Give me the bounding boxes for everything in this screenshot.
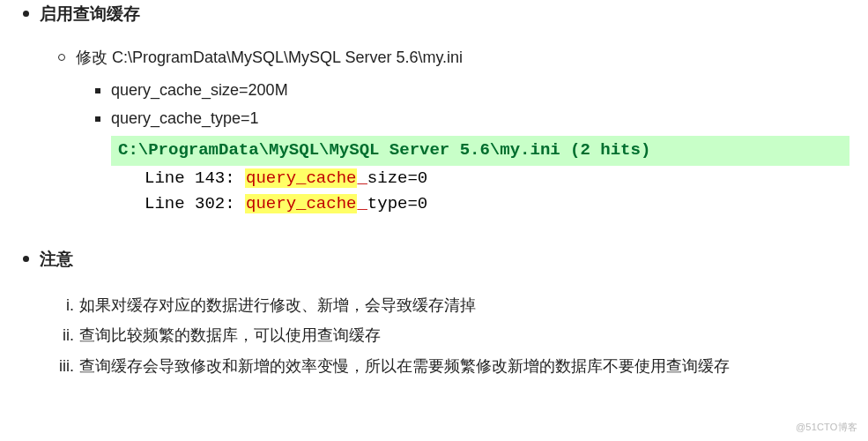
square-bullet-icon [95,116,100,122]
bullet-text: query_cache_size=200M [111,77,288,104]
square-bullet-icon [95,88,100,93]
disc-bullet-icon [23,256,29,262]
subitem-text: 修改 C:\ProgramData\MySQL\MySQL Server 5.6… [76,44,463,71]
section-notice: 注意 i. 如果对缓存对应的数据进行修改、新增，会导致缓存清掉 ii. 查询比较… [0,245,868,379]
code-highlight: query_cache [245,168,357,188]
note-text: 查询缓存会导致修改和新增的效率变慢，所以在需要频繁修改新增的数据库不要使用查询缓… [79,353,730,380]
list-item: iii. 查询缓存会导致修改和新增的效率变慢，所以在需要频繁修改新增的数据库不要… [44,353,868,380]
list-item: i. 如果对缓存对应的数据进行修改、新增，会导致缓存清掉 [44,292,868,319]
code-mid: _ [357,194,367,213]
code-prefix: Line 302: [145,194,245,213]
section-enable-cache: 启用查询缓存 修改 C:\ProgramData\MySQL\MySQL Ser… [0,0,868,217]
bullet-text: query_cache_type=1 [111,105,259,132]
note-text: 如果对缓存对应的数据进行修改、新增，会导致缓存清掉 [79,292,476,319]
sublist-level2: query_cache_size=200M query_cache_type=1 [0,77,868,132]
code-prefix: Line 143: [145,168,245,188]
code-mid: _ [357,168,367,188]
roman-numeral: i. [44,292,74,319]
code-tail: size=0 [367,168,427,188]
list-item: ii. 查询比较频繁的数据库，可以使用查询缓存 [44,322,868,349]
code-line: Line 143: query_cache_size=0 [111,166,868,191]
code-header: C:\ProgramData\MySQL\MySQL Server 5.6\my… [111,136,849,165]
sublist-level1: 修改 C:\ProgramData\MySQL\MySQL Server 5.6… [0,44,868,217]
code-tail: type=0 [367,194,427,213]
section-heading: 注意 [40,245,73,273]
roman-numeral: ii. [44,322,74,349]
section-heading: 启用查询缓存 [40,0,140,28]
code-line: Line 302: query_cache_type=0 [111,191,868,217]
code-block: C:\ProgramData\MySQL\MySQL Server 5.6\my… [111,136,868,217]
roman-numeral: iii. [44,353,74,380]
circle-bullet-icon [58,54,65,61]
note-text: 查询比较频繁的数据库，可以使用查询缓存 [79,322,381,349]
notes-list: i. 如果对缓存对应的数据进行修改、新增，会导致缓存清掉 ii. 查询比较频繁的… [44,292,868,380]
code-highlight: query_cache [245,194,357,213]
watermark: @51CTO博客 [796,419,857,436]
document-root: 启用查询缓存 修改 C:\ProgramData\MySQL\MySQL Ser… [0,0,868,379]
disc-bullet-icon [23,11,29,17]
